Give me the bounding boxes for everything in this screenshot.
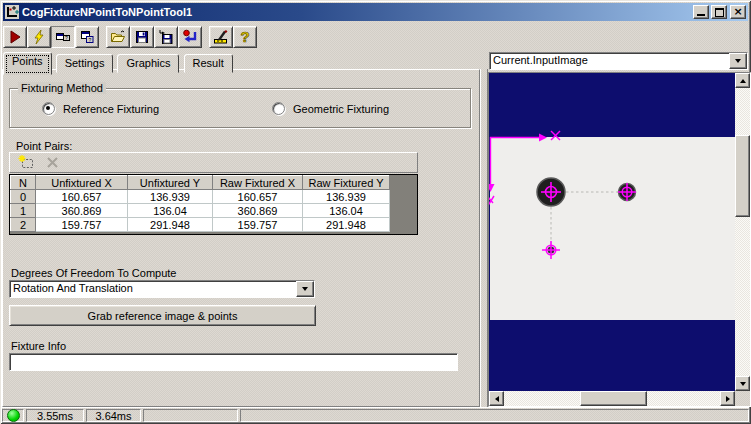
col-unfixtured-y: Unfixtured Y	[128, 176, 213, 190]
add-point-icon	[18, 154, 35, 171]
chevron-down-icon	[735, 59, 741, 66]
cell[interactable]: 159.757	[36, 218, 128, 232]
cell[interactable]: 360.869	[213, 204, 303, 218]
cell[interactable]: 291.948	[303, 218, 390, 232]
dof-value: Rotation And Translation	[10, 281, 296, 297]
point-pairs-table: N Unfixtured X Unfixtured Y Raw Fixtured…	[10, 175, 390, 232]
trigger-button[interactable]	[27, 26, 51, 48]
panel-splitter[interactable]	[480, 69, 488, 407]
image-source-combobox[interactable]: Current.InputImage	[489, 52, 748, 70]
minimize-button[interactable]	[693, 5, 709, 19]
delete-point-icon	[45, 154, 61, 170]
grab-reference-button[interactable]: Grab reference image & points	[9, 305, 316, 326]
point-pairs-grid: N Unfixtured X Unfixtured Y Raw Fixtured…	[9, 174, 418, 235]
cell[interactable]: 360.869	[36, 204, 128, 218]
tool-display-icon: ?	[55, 29, 71, 45]
vertical-scroll-thumb[interactable]	[735, 135, 750, 217]
point-pairs-label: Point Pairs:	[16, 140, 72, 152]
edit-tool-button[interactable]	[209, 26, 233, 48]
cell[interactable]: 136.939	[128, 190, 213, 204]
cell[interactable]: 136.939	[303, 190, 390, 204]
svg-text:?: ?	[240, 29, 249, 45]
open-button[interactable]	[106, 26, 130, 48]
radio-reference-label: Reference Fixturing	[63, 103, 159, 115]
radio-geometric-icon	[272, 102, 285, 115]
edit-tool-icon	[213, 29, 229, 45]
status-panel-3	[143, 409, 238, 422]
tab-settings[interactable]: Settings	[56, 54, 114, 73]
save-as-icon	[158, 29, 174, 45]
dof-combobox[interactable]: Rotation And Translation	[9, 280, 315, 298]
scroll-down-button[interactable]	[735, 376, 750, 391]
reset-icon	[182, 29, 198, 45]
fixture-info-label: Fixture Info	[11, 340, 66, 352]
cell[interactable]: 136.04	[128, 204, 213, 218]
show-tool-display-button[interactable]: ?	[51, 26, 75, 48]
grid-row-1: 1 360.869 136.04 360.869 136.04	[11, 204, 390, 218]
cell[interactable]: 160.657	[36, 190, 128, 204]
run-button[interactable]	[3, 26, 27, 48]
cell[interactable]: 291.948	[128, 218, 213, 232]
float-window-icon: ?	[79, 29, 95, 45]
arrow-down-icon	[740, 382, 746, 389]
tab-result[interactable]: Result	[184, 54, 233, 73]
save-button[interactable]	[130, 26, 154, 48]
radio-reference-icon	[42, 102, 55, 115]
grid-row-0: 0 160.657 136.939 160.657 136.939	[11, 190, 390, 204]
vertical-scrollbar[interactable]	[735, 73, 750, 391]
status-panel-4	[240, 409, 749, 422]
tab-graphics[interactable]: Graphics	[117, 54, 179, 73]
status-led-icon	[7, 409, 20, 422]
col-raw-fixtured-x: Raw Fixtured X	[213, 176, 303, 190]
row-header: 1	[11, 204, 36, 218]
save-as-button[interactable]	[154, 26, 178, 48]
radio-geometric-label: Geometric Fixturing	[293, 103, 389, 115]
cell[interactable]: 159.757	[213, 218, 303, 232]
delete-point-button[interactable]	[42, 154, 64, 172]
image-canvas[interactable]	[489, 73, 735, 391]
svg-text:?: ?	[88, 37, 91, 43]
col-unfixtured-x: Unfixtured X	[36, 176, 128, 190]
cell[interactable]: 136.04	[303, 204, 390, 218]
dof-dropdown-button[interactable]	[296, 281, 314, 297]
image-source-value: Current.InputImage	[490, 53, 729, 69]
reset-button[interactable]	[178, 26, 202, 48]
radio-reference-fixturing[interactable]: Reference Fixturing	[42, 102, 159, 115]
point-pairs-toolbar	[9, 152, 418, 173]
grid-row-2: 2 159.757 291.948 159.757 291.948	[11, 218, 390, 232]
minimize-icon	[697, 14, 705, 16]
titlebar[interactable]: CogFixtureNPointToNPointTool1 ×	[3, 3, 748, 21]
input-image	[490, 137, 735, 320]
app-icon	[5, 5, 19, 19]
help-button[interactable]: ?	[233, 26, 257, 48]
window-title: CogFixtureNPointToNPointTool1	[22, 6, 691, 18]
close-icon: ×	[731, 6, 745, 18]
radio-geometric-fixturing[interactable]: Geometric Fixturing	[272, 102, 389, 115]
image-display-panel	[488, 72, 751, 407]
add-point-button[interactable]	[16, 154, 36, 172]
horizontal-scroll-thumb[interactable]	[580, 391, 647, 406]
maximize-icon	[715, 8, 724, 17]
float-window-button[interactable]: ?	[75, 26, 99, 48]
tab-graphics-label: Graphics	[126, 57, 170, 69]
main-toolbar: ? ?	[3, 25, 748, 49]
scroll-left-button[interactable]	[489, 391, 504, 406]
run-icon	[7, 29, 23, 45]
scrollbar-corner	[735, 391, 750, 406]
scroll-right-button[interactable]	[720, 391, 735, 406]
status-time-2: 3.64ms	[86, 409, 141, 422]
status-led-panel	[2, 409, 24, 422]
close-button[interactable]: ×	[730, 5, 746, 19]
tab-points[interactable]: Points	[3, 52, 52, 75]
fixture-info-input[interactable]	[9, 353, 458, 371]
image-source-dropdown-button[interactable]	[729, 53, 747, 69]
scroll-up-button[interactable]	[735, 73, 750, 88]
lightning-icon	[31, 29, 47, 45]
col-n: N	[11, 176, 36, 190]
row-header: 2	[11, 218, 36, 232]
row-header: 0	[11, 190, 36, 204]
tab-settings-label: Settings	[65, 57, 105, 69]
maximize-button[interactable]	[711, 5, 727, 19]
cell[interactable]: 160.657	[213, 190, 303, 204]
horizontal-scrollbar[interactable]	[489, 391, 735, 406]
